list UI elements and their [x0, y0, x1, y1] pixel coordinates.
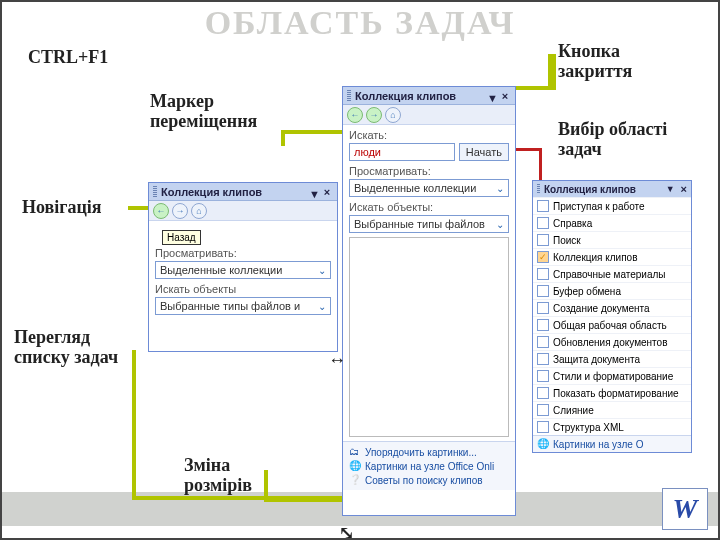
chevron-down-icon[interactable]: ▼ — [487, 92, 495, 100]
checkbox-icon — [537, 200, 549, 212]
label-lookin: Просматривать: — [349, 165, 509, 177]
menu-item-label: Поиск — [553, 235, 581, 246]
searchobj-value: Выбранные типы файлов — [354, 218, 485, 230]
label-searchobj: Искать объекты: — [349, 201, 509, 213]
lookin-select[interactable]: Выделенные коллекции ⌄ — [349, 179, 509, 197]
tooltip-back: Назад — [162, 230, 201, 245]
move-grip-icon[interactable] — [537, 184, 540, 194]
anno-navigation: Новігація — [22, 198, 102, 218]
checkbox-icon — [537, 234, 549, 246]
searchobj-select[interactable]: Выбранные типы файлов и ⌄ — [155, 297, 331, 315]
searchobj-select[interactable]: Выбранные типы файлов ⌄ — [349, 215, 509, 233]
checkbox-icon — [537, 217, 549, 229]
menu-item[interactable]: Поиск — [533, 231, 691, 248]
taskpane-chooser-menu: Коллекция клипов ▼ × Приступая к работеС… — [532, 180, 692, 453]
checkbox-icon — [537, 387, 549, 399]
move-grip-icon[interactable] — [347, 90, 351, 102]
page-title: ОБЛАСТЬ ЗАДАЧ — [2, 4, 718, 42]
globe-icon: 🌐 — [349, 460, 361, 472]
anno-choose: Вибір області задач — [558, 120, 667, 160]
back-icon[interactable]: ← — [347, 107, 363, 123]
taskpane-left: Коллекция клипов ▼ × ← → ⌂ Просматривать… — [148, 182, 338, 352]
resize-arrow-diag: ⤡ — [339, 522, 354, 540]
menu-item[interactable]: Обновления документов — [533, 333, 691, 350]
resize-arrow-left: ↔ — [328, 350, 346, 371]
home-icon[interactable]: ⌂ — [385, 107, 401, 123]
titlebar[interactable]: Коллекция клипов ▼ × — [343, 87, 515, 105]
chevron-down-icon: ⌄ — [318, 265, 326, 276]
searchobj-value: Выбранные типы файлов и — [160, 300, 300, 312]
connector — [548, 54, 556, 90]
menu-item[interactable]: Показать форматирование — [533, 384, 691, 401]
lookin-select[interactable]: Выделенные коллекции ⌄ — [155, 261, 331, 279]
checkbox-icon — [537, 370, 549, 382]
menu-footer-link[interactable]: 🌐 Картинки на узле O — [533, 435, 691, 452]
lookin-value: Выделенные коллекции — [160, 264, 282, 276]
titlebar[interactable]: Коллекция клипов ▼ × — [533, 181, 691, 197]
menu-item-label: Показать форматирование — [553, 388, 679, 399]
word-app-icon — [662, 488, 708, 530]
menu-item[interactable]: Справочные материалы — [533, 265, 691, 282]
chevron-down-icon[interactable]: ▼ — [666, 184, 675, 194]
menu-item[interactable]: Буфер обмена — [533, 282, 691, 299]
menu-item-label: Приступая к работе — [553, 201, 645, 212]
close-icon[interactable]: × — [499, 90, 511, 102]
checkbox-icon — [537, 404, 549, 416]
menu-item-label: Стили и форматирование — [553, 371, 673, 382]
label-search: Искать: — [349, 129, 509, 141]
menu-item-label: Справочные материалы — [553, 269, 666, 280]
menu-item[interactable]: Справка — [533, 214, 691, 231]
forward-icon[interactable]: → — [172, 203, 188, 219]
forward-icon[interactable]: → — [366, 107, 382, 123]
menu-item-label: Буфер обмена — [553, 286, 621, 297]
anno-close: Кнопка закриття — [558, 42, 632, 82]
menu-item[interactable]: ✓Коллекция клипов — [533, 248, 691, 265]
lookin-value: Выделенные коллекции — [354, 182, 476, 194]
chevron-down-icon: ⌄ — [496, 219, 504, 230]
titlebar[interactable]: Коллекция клипов ▼ × — [149, 183, 337, 201]
close-icon[interactable]: × — [321, 186, 333, 198]
back-icon[interactable]: ← — [153, 203, 169, 219]
anno-move-marker: Маркер переміщення — [150, 92, 257, 132]
anno-ctrl: CTRL+F1 — [28, 48, 108, 68]
link-organize[interactable]: 🗂Упорядочить картинки... — [349, 445, 509, 459]
menu-item-label: Общая рабочая область — [553, 320, 667, 331]
home-icon[interactable]: ⌂ — [191, 203, 207, 219]
connector — [281, 130, 351, 134]
checkbox-icon: ✓ — [537, 251, 549, 263]
chevron-down-icon: ⌄ — [318, 301, 326, 312]
link-tips[interactable]: ❔Советы по поиску клипов — [349, 473, 509, 487]
link-office-online[interactable]: 🌐Картинки на узле Office Onli — [349, 459, 509, 473]
menu-item-label: Структура XML — [553, 422, 624, 433]
checkbox-icon — [537, 268, 549, 280]
menu-item[interactable]: Общая рабочая область — [533, 316, 691, 333]
search-input[interactable]: люди — [349, 143, 455, 161]
checkbox-icon — [537, 319, 549, 331]
checkbox-icon — [537, 421, 549, 433]
menu-item[interactable]: Создание документа — [533, 299, 691, 316]
pane-title: Коллекция клипов — [355, 90, 483, 102]
globe-icon: 🌐 — [537, 438, 549, 450]
menu-item[interactable]: Приступая к работе — [533, 197, 691, 214]
organizer-icon: 🗂 — [349, 446, 361, 458]
results-area — [349, 237, 509, 437]
checkbox-icon — [537, 302, 549, 314]
pane-title: Коллекция клипов — [161, 186, 305, 198]
menu-item[interactable]: Слияние — [533, 401, 691, 418]
close-icon[interactable]: × — [681, 183, 687, 195]
chevron-down-icon[interactable]: ▼ — [309, 188, 317, 196]
menu-title: Коллекция клипов — [544, 184, 662, 195]
connector — [264, 498, 346, 502]
menu-item[interactable]: Защита документа — [533, 350, 691, 367]
menu-item-label: Слияние — [553, 405, 594, 416]
menu-item[interactable]: Стили и форматирование — [533, 367, 691, 384]
help-icon: ❔ — [349, 474, 361, 486]
nav-bar: ← → ⌂ — [149, 201, 337, 221]
link-list: 🗂Упорядочить картинки... 🌐Картинки на уз… — [343, 441, 515, 490]
nav-bar: ← → ⌂ — [343, 105, 515, 125]
checkbox-icon — [537, 336, 549, 348]
go-button[interactable]: Начать — [459, 143, 509, 161]
move-grip-icon[interactable] — [153, 186, 157, 198]
menu-item-label: Обновления документов — [553, 337, 667, 348]
menu-item[interactable]: Структура XML — [533, 418, 691, 435]
